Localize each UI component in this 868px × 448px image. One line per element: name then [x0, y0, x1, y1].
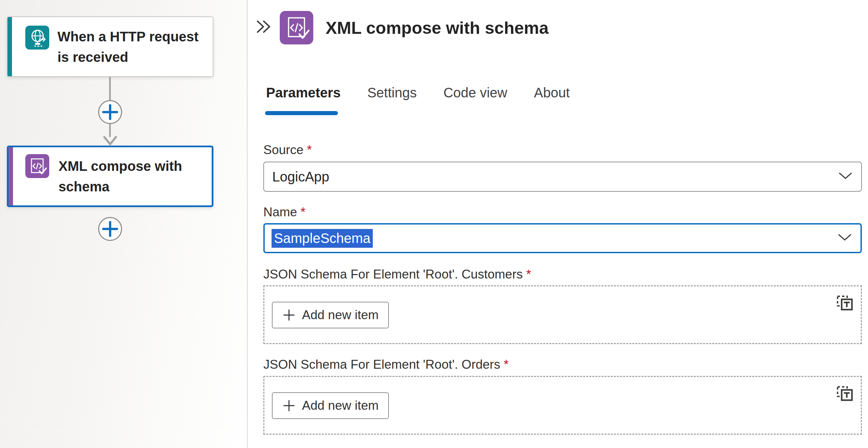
text-mode-toggle-icon[interactable]: [836, 294, 853, 311]
logic-apps-designer: When a HTTP request is received: [0, 0, 868, 448]
tab-settings[interactable]: Settings: [367, 84, 417, 101]
required-asterisk: *: [307, 143, 312, 157]
plus-icon: [99, 101, 121, 123]
node-when-http-request-received[interactable]: When a HTTP request is received: [7, 16, 213, 77]
double-chevron-right-icon: [256, 19, 271, 34]
arrow-down-icon: [102, 136, 118, 146]
plus-icon: [282, 308, 296, 322]
required-asterisk: *: [526, 267, 531, 281]
add-new-item-button[interactable]: Add new item: [272, 302, 389, 328]
workflow-canvas[interactable]: When a HTTP request is received: [0, 0, 248, 448]
text-mode-toggle-icon[interactable]: [836, 384, 853, 402]
chevron-down-icon: [838, 234, 852, 243]
customers-schema-label: JSON Schema For Element 'Root'. Customer…: [263, 267, 531, 282]
node-xml-compose-with-schema[interactable]: XML compose with schema: [7, 146, 213, 207]
tab-code-view[interactable]: Code view: [443, 84, 507, 101]
add-new-item-button[interactable]: Add new item: [272, 392, 389, 419]
trigger-accent-stripe: [8, 17, 12, 76]
orders-schema-array-editor: Add new item: [263, 376, 862, 435]
insert-step-button[interactable]: [98, 100, 122, 124]
insert-step-button[interactable]: [98, 217, 122, 241]
xml-compose-icon: [280, 11, 313, 44]
name-combobox-value: SampleSchema: [272, 229, 373, 248]
node-title: XML compose with schema: [58, 156, 206, 197]
chevron-down-icon: [839, 172, 852, 181]
page-title: XML compose with schema: [326, 18, 549, 38]
name-combobox[interactable]: SampleSchema: [263, 223, 862, 253]
node-title: When a HTTP request is received: [57, 26, 205, 67]
orders-schema-label: JSON Schema For Element 'Root'. Orders*: [263, 357, 509, 372]
customers-schema-array-editor: Add new item: [263, 285, 862, 344]
connector-line: [109, 77, 111, 100]
tab-about[interactable]: About: [534, 84, 570, 101]
required-asterisk: *: [301, 205, 305, 219]
source-label: Source*: [263, 142, 312, 158]
collapse-panel-button[interactable]: [256, 19, 272, 35]
action-accent-stripe: [9, 147, 13, 205]
name-label: Name*: [263, 204, 305, 220]
plus-icon: [99, 218, 121, 240]
xml-compose-icon: [25, 154, 49, 178]
required-asterisk: *: [504, 357, 509, 371]
connector-line: [109, 124, 111, 137]
http-request-icon: [25, 26, 49, 50]
panel-tabs: Parameters Settings Code view About: [266, 84, 570, 101]
plus-icon: [282, 399, 296, 412]
source-dropdown[interactable]: LogicApp: [263, 162, 862, 192]
source-dropdown-value: LogicApp: [272, 169, 329, 185]
active-tab-indicator: [265, 111, 338, 115]
tab-parameters[interactable]: Parameters: [266, 84, 341, 101]
